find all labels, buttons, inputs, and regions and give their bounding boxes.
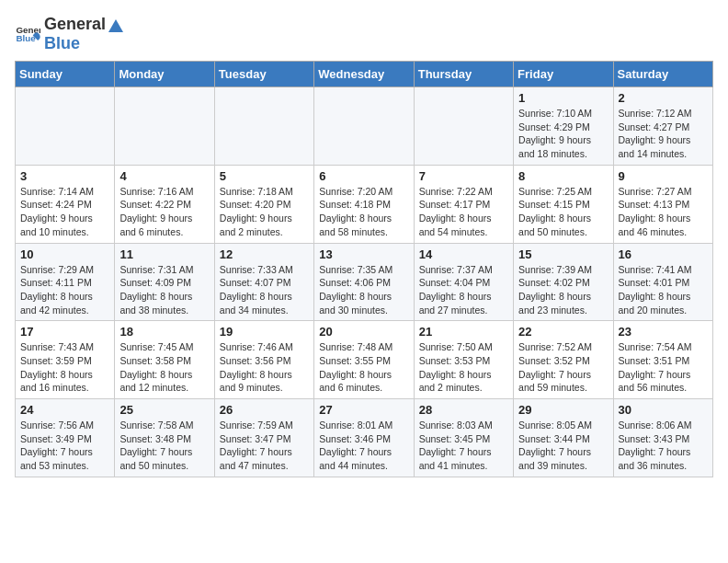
day-cell: 2Sunrise: 7:12 AM Sunset: 4:27 PM Daylig… <box>613 87 712 166</box>
day-number: 28 <box>419 403 508 417</box>
day-number: 19 <box>220 325 309 339</box>
day-cell: 17Sunrise: 7:43 AM Sunset: 3:59 PM Dayli… <box>16 321 115 399</box>
day-cell: 16Sunrise: 7:41 AM Sunset: 4:01 PM Dayli… <box>613 243 712 321</box>
day-number: 5 <box>220 169 309 183</box>
day-number: 2 <box>619 91 708 105</box>
week-row-2: 3Sunrise: 7:14 AM Sunset: 4:24 PM Daylig… <box>16 165 713 243</box>
week-row-1: 1Sunrise: 7:10 AM Sunset: 4:29 PM Daylig… <box>16 87 713 166</box>
day-info: Sunrise: 7:20 AM Sunset: 4:18 PM Dayligh… <box>319 185 408 239</box>
day-cell: 25Sunrise: 7:58 AM Sunset: 3:48 PM Dayli… <box>115 399 214 477</box>
day-cell <box>414 87 513 166</box>
calendar-body: 1Sunrise: 7:10 AM Sunset: 4:29 PM Daylig… <box>16 87 713 477</box>
day-cell: 20Sunrise: 7:48 AM Sunset: 3:55 PM Dayli… <box>314 321 414 399</box>
day-number: 8 <box>518 169 608 183</box>
day-info: Sunrise: 7:27 AM Sunset: 4:13 PM Dayligh… <box>619 185 708 239</box>
calendar-header: SundayMondayTuesdayWednesdayThursdayFrid… <box>16 62 713 87</box>
day-cell: 26Sunrise: 7:59 AM Sunset: 3:47 PM Dayli… <box>214 399 313 477</box>
day-cell: 14Sunrise: 7:37 AM Sunset: 4:04 PM Dayli… <box>414 243 513 321</box>
logo-icon: General Blue <box>15 21 40 47</box>
day-info: Sunrise: 7:16 AM Sunset: 4:22 PM Dayligh… <box>119 185 209 239</box>
day-cell: 1Sunrise: 7:10 AM Sunset: 4:29 PM Daylig… <box>514 87 613 166</box>
logo-text: General <box>44 15 126 34</box>
day-info: Sunrise: 7:33 AM Sunset: 4:07 PM Dayligh… <box>220 263 309 317</box>
logo: General Blue General Blue <box>15 15 126 53</box>
day-info: Sunrise: 7:22 AM Sunset: 4:17 PM Dayligh… <box>419 185 508 239</box>
header-wednesday: Wednesday <box>314 62 414 87</box>
svg-text:Blue: Blue <box>16 33 36 43</box>
day-cell <box>16 87 115 166</box>
day-cell: 23Sunrise: 7:54 AM Sunset: 3:51 PM Dayli… <box>613 321 712 399</box>
week-row-5: 24Sunrise: 7:56 AM Sunset: 3:49 PM Dayli… <box>16 399 713 477</box>
day-number: 22 <box>518 325 608 339</box>
day-number: 16 <box>619 247 708 261</box>
week-row-3: 10Sunrise: 7:29 AM Sunset: 4:11 PM Dayli… <box>16 243 713 321</box>
day-number: 27 <box>319 403 408 417</box>
day-cell: 19Sunrise: 7:46 AM Sunset: 3:56 PM Dayli… <box>214 321 313 399</box>
day-info: Sunrise: 7:45 AM Sunset: 3:58 PM Dayligh… <box>119 340 209 395</box>
day-cell: 11Sunrise: 7:31 AM Sunset: 4:09 PM Dayli… <box>115 243 214 321</box>
day-info: Sunrise: 7:59 AM Sunset: 3:47 PM Dayligh… <box>220 419 309 473</box>
day-number: 13 <box>319 247 408 261</box>
day-cell: 24Sunrise: 7:56 AM Sunset: 3:49 PM Dayli… <box>16 399 115 477</box>
calendar-table: SundayMondayTuesdayWednesdayThursdayFrid… <box>15 61 713 477</box>
day-cell: 30Sunrise: 8:06 AM Sunset: 3:43 PM Dayli… <box>613 399 712 477</box>
day-cell: 10Sunrise: 7:29 AM Sunset: 4:11 PM Dayli… <box>16 243 115 321</box>
day-cell: 29Sunrise: 8:05 AM Sunset: 3:44 PM Dayli… <box>514 399 613 477</box>
day-info: Sunrise: 7:31 AM Sunset: 4:09 PM Dayligh… <box>119 263 209 317</box>
svg-marker-2 <box>108 19 123 32</box>
day-number: 11 <box>119 247 209 261</box>
day-number: 4 <box>119 169 209 183</box>
day-info: Sunrise: 7:10 AM Sunset: 4:29 PM Dayligh… <box>518 107 608 161</box>
header-saturday: Saturday <box>613 62 712 87</box>
day-info: Sunrise: 7:41 AM Sunset: 4:01 PM Dayligh… <box>619 263 708 317</box>
header-row: SundayMondayTuesdayWednesdayThursdayFrid… <box>16 62 713 87</box>
day-number: 3 <box>20 169 109 183</box>
day-cell <box>115 87 214 166</box>
day-number: 15 <box>518 247 608 261</box>
day-number: 9 <box>619 169 708 183</box>
day-info: Sunrise: 7:35 AM Sunset: 4:06 PM Dayligh… <box>319 263 408 317</box>
header-sunday: Sunday <box>16 62 115 87</box>
day-cell: 28Sunrise: 8:03 AM Sunset: 3:45 PM Dayli… <box>414 399 513 477</box>
day-info: Sunrise: 7:29 AM Sunset: 4:11 PM Dayligh… <box>20 263 109 317</box>
day-info: Sunrise: 8:01 AM Sunset: 3:46 PM Dayligh… <box>319 419 408 473</box>
day-cell <box>314 87 414 166</box>
header-monday: Monday <box>115 62 214 87</box>
day-number: 1 <box>518 91 608 105</box>
header: General Blue General Blue <box>15 15 713 53</box>
day-number: 24 <box>20 403 109 417</box>
day-cell: 4Sunrise: 7:16 AM Sunset: 4:22 PM Daylig… <box>115 165 214 243</box>
day-number: 26 <box>220 403 309 417</box>
day-info: Sunrise: 7:50 AM Sunset: 3:53 PM Dayligh… <box>419 340 508 395</box>
day-info: Sunrise: 7:14 AM Sunset: 4:24 PM Dayligh… <box>20 185 109 239</box>
day-number: 17 <box>20 325 109 339</box>
day-number: 30 <box>619 403 708 417</box>
day-cell: 18Sunrise: 7:45 AM Sunset: 3:58 PM Dayli… <box>115 321 214 399</box>
day-cell: 21Sunrise: 7:50 AM Sunset: 3:53 PM Dayli… <box>414 321 513 399</box>
day-number: 29 <box>518 403 608 417</box>
day-number: 21 <box>419 325 508 339</box>
header-friday: Friday <box>514 62 613 87</box>
day-info: Sunrise: 7:58 AM Sunset: 3:48 PM Dayligh… <box>119 419 209 473</box>
day-cell: 27Sunrise: 8:01 AM Sunset: 3:46 PM Dayli… <box>314 399 414 477</box>
day-number: 7 <box>419 169 508 183</box>
day-number: 25 <box>119 403 209 417</box>
day-cell: 15Sunrise: 7:39 AM Sunset: 4:02 PM Dayli… <box>514 243 613 321</box>
week-row-4: 17Sunrise: 7:43 AM Sunset: 3:59 PM Dayli… <box>16 321 713 399</box>
day-cell: 5Sunrise: 7:18 AM Sunset: 4:20 PM Daylig… <box>214 165 313 243</box>
day-number: 18 <box>119 325 209 339</box>
day-info: Sunrise: 7:56 AM Sunset: 3:49 PM Dayligh… <box>20 419 109 473</box>
header-tuesday: Tuesday <box>214 62 313 87</box>
day-info: Sunrise: 8:06 AM Sunset: 3:43 PM Dayligh… <box>619 419 708 473</box>
day-info: Sunrise: 7:48 AM Sunset: 3:55 PM Dayligh… <box>319 340 408 395</box>
day-info: Sunrise: 7:37 AM Sunset: 4:04 PM Dayligh… <box>419 263 508 317</box>
day-number: 14 <box>419 247 508 261</box>
day-info: Sunrise: 7:52 AM Sunset: 3:52 PM Dayligh… <box>518 340 608 395</box>
day-cell: 22Sunrise: 7:52 AM Sunset: 3:52 PM Dayli… <box>514 321 613 399</box>
day-number: 20 <box>319 325 408 339</box>
day-info: Sunrise: 7:12 AM Sunset: 4:27 PM Dayligh… <box>619 107 708 161</box>
day-number: 10 <box>20 247 109 261</box>
day-number: 23 <box>619 325 708 339</box>
day-number: 12 <box>220 247 309 261</box>
day-cell <box>214 87 313 166</box>
